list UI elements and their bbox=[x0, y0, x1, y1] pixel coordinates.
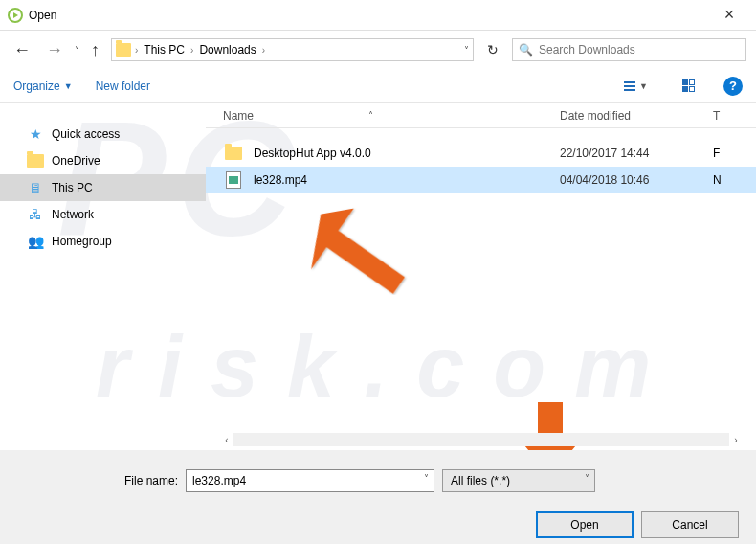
play-icon bbox=[8, 8, 23, 23]
column-date[interactable]: Date modified bbox=[560, 109, 713, 123]
search-placeholder: Search Downloads bbox=[539, 43, 635, 57]
search-icon: 🔍 bbox=[519, 43, 533, 57]
chevron-right-icon: › bbox=[262, 45, 265, 56]
chevron-right-icon: › bbox=[135, 45, 138, 56]
sidebar-item-label: Homegroup bbox=[52, 235, 112, 248]
sidebar-item-this-pc[interactable]: 🖥 This PC bbox=[0, 174, 206, 201]
up-button[interactable]: ↑ bbox=[87, 40, 103, 60]
file-date: 04/04/2018 10:46 bbox=[560, 173, 713, 187]
breadcrumb-item[interactable]: Downloads bbox=[197, 43, 257, 57]
sidebar: ★ Quick access OneDrive 🖥 This PC 🖧 Netw… bbox=[0, 103, 206, 429]
chevron-right-icon: › bbox=[190, 45, 193, 56]
file-row[interactable]: le328.mp4 04/04/2018 10:46 N bbox=[206, 167, 756, 193]
folder-icon bbox=[116, 43, 131, 57]
file-date: 22/10/2017 14:44 bbox=[560, 147, 713, 160]
view-preview-button[interactable] bbox=[677, 79, 700, 92]
search-input[interactable]: 🔍 Search Downloads bbox=[512, 38, 746, 61]
filename-label: File name: bbox=[124, 474, 178, 487]
file-list: DesktopHut App v4.0.0 22/10/2017 14:44 F… bbox=[206, 128, 756, 429]
file-area: Name ˄ Date modified T DesktopHut App v4… bbox=[206, 103, 756, 429]
file-type: F bbox=[713, 147, 720, 160]
scroll-track[interactable] bbox=[233, 433, 729, 446]
folder-icon bbox=[223, 147, 244, 160]
network-icon: 🖧 bbox=[27, 207, 44, 222]
breadcrumb-item[interactable]: This PC bbox=[142, 43, 187, 57]
sidebar-item-label: Quick access bbox=[52, 127, 120, 141]
sidebar-item-label: This PC bbox=[52, 181, 93, 194]
help-button[interactable]: ? bbox=[723, 77, 743, 96]
file-name: le328.mp4 bbox=[254, 173, 560, 187]
window-title: Open bbox=[29, 9, 710, 22]
folder-icon bbox=[27, 153, 44, 169]
horizontal-scrollbar[interactable]: ‹ › bbox=[0, 429, 756, 450]
new-folder-button[interactable]: New folder bbox=[96, 79, 150, 93]
history-dropdown[interactable]: ˅ bbox=[75, 45, 79, 56]
sidebar-item-homegroup[interactable]: 👥 Homegroup bbox=[0, 228, 206, 255]
bottom-panel: File name: ˅ All files (*.*) ˅ Open Canc… bbox=[0, 450, 756, 544]
titlebar: Open × bbox=[0, 0, 756, 31]
cancel-button[interactable]: Cancel bbox=[641, 511, 739, 538]
open-button[interactable]: Open bbox=[536, 511, 634, 538]
homegroup-icon: 👥 bbox=[27, 234, 44, 249]
column-name[interactable]: Name ˄ bbox=[206, 109, 560, 123]
sidebar-item-network[interactable]: 🖧 Network bbox=[0, 201, 206, 228]
sort-indicator-icon: ˄ bbox=[368, 110, 373, 121]
view-list-button[interactable]: ▼ bbox=[618, 81, 654, 91]
sidebar-item-label: Network bbox=[52, 208, 94, 221]
video-icon bbox=[223, 171, 244, 189]
forward-button: → bbox=[42, 40, 67, 60]
refresh-button[interactable]: ↻ bbox=[481, 42, 504, 57]
close-button[interactable]: × bbox=[710, 5, 748, 25]
toolbar: Organize▼ New folder ▼ ? bbox=[0, 69, 756, 103]
organize-button[interactable]: Organize▼ bbox=[13, 79, 73, 93]
file-row[interactable]: DesktopHut App v4.0.0 22/10/2017 14:44 F bbox=[206, 140, 756, 167]
column-type[interactable]: T bbox=[713, 109, 720, 123]
filename-input[interactable] bbox=[186, 469, 434, 492]
scroll-right-icon[interactable]: › bbox=[729, 433, 743, 446]
pc-icon: 🖥 bbox=[27, 180, 44, 195]
file-type-filter[interactable]: All files (*.*) ˅ bbox=[442, 469, 595, 492]
address-dropdown[interactable]: ˅ bbox=[464, 45, 469, 56]
sidebar-item-onedrive[interactable]: OneDrive bbox=[0, 147, 206, 174]
sidebar-item-label: OneDrive bbox=[52, 154, 100, 168]
column-header: Name ˄ Date modified T bbox=[206, 103, 756, 128]
back-button[interactable]: ← bbox=[10, 40, 34, 60]
file-type: N bbox=[713, 173, 722, 187]
sidebar-item-quick-access[interactable]: ★ Quick access bbox=[0, 121, 206, 147]
address-bar[interactable]: › This PC › Downloads › ˅ bbox=[111, 38, 474, 61]
scroll-left-icon[interactable]: ‹ bbox=[220, 433, 233, 446]
nav-row: ← → ˅ ↑ › This PC › Downloads › ˅ ↻ 🔍 Se… bbox=[0, 31, 756, 69]
star-icon: ★ bbox=[27, 126, 44, 142]
file-name: DesktopHut App v4.0.0 bbox=[254, 147, 560, 160]
